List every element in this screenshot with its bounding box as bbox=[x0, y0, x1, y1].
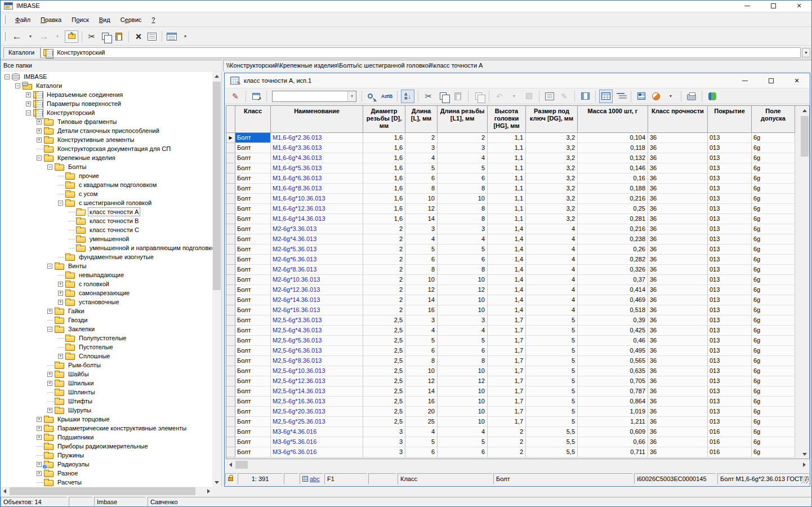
grid-cell[interactable]: M3-6g*5.36.016 bbox=[271, 437, 363, 447]
expand-icon[interactable]: + bbox=[58, 282, 63, 287]
column-header[interactable]: Длина резьбы [L1], мм bbox=[438, 106, 488, 133]
grid-cell[interactable]: 013 bbox=[708, 417, 752, 427]
grid-cell[interactable]: 013 bbox=[708, 275, 752, 285]
grid-cell[interactable]: Болт bbox=[235, 295, 271, 305]
grid-cell[interactable]: Болт bbox=[235, 275, 271, 285]
grid-cell[interactable]: 5 bbox=[438, 437, 488, 447]
grid-cell[interactable]: 6 bbox=[438, 346, 488, 356]
grid-cell[interactable]: 0,495 bbox=[578, 346, 648, 356]
view-list-icon[interactable] bbox=[166, 30, 178, 43]
grid-cell[interactable]: 8 bbox=[405, 265, 438, 275]
grid-cell[interactable]: 013 bbox=[708, 356, 752, 366]
grid-cell[interactable]: 1,7 bbox=[488, 346, 526, 356]
expand-icon[interactable]: + bbox=[47, 408, 52, 413]
grid-cell[interactable]: 1,1 bbox=[488, 163, 526, 174]
row-marker[interactable] bbox=[226, 346, 235, 356]
grid-cell[interactable]: Болт bbox=[235, 163, 271, 174]
grid-cell[interactable]: 0,39 bbox=[578, 315, 648, 326]
grid-cell[interactable]: 2 bbox=[363, 275, 405, 285]
grid-cell[interactable]: M1,6-6g*8.36.013 bbox=[271, 184, 363, 194]
grid-cell[interactable]: 36 bbox=[648, 285, 708, 295]
grid-cell[interactable]: M2-6g*3.36.013 bbox=[271, 224, 363, 234]
grid-cell[interactable]: 6g bbox=[752, 133, 795, 143]
grid-cell[interactable]: 12 bbox=[438, 376, 488, 386]
grid-cell[interactable]: 36 bbox=[648, 386, 708, 397]
grid-cell[interactable]: Болт bbox=[235, 174, 271, 184]
grid-cell[interactable]: 4 bbox=[526, 234, 578, 244]
open-in-window-icon[interactable] bbox=[249, 90, 263, 103]
grid-cell[interactable]: Болт bbox=[235, 255, 271, 265]
grid-cell[interactable]: 013 bbox=[708, 163, 752, 174]
grid-cell[interactable]: 10 bbox=[438, 275, 488, 285]
column-header[interactable]: Высота головки [HG], мм bbox=[488, 106, 526, 133]
expand-icon[interactable]: + bbox=[47, 309, 52, 314]
grid-cell[interactable]: 6g bbox=[752, 204, 795, 214]
grid-cell[interactable]: Болт bbox=[235, 366, 271, 376]
grid-cell[interactable]: M1,6-6g*2.36.013 bbox=[271, 133, 363, 143]
tree-vertical-scrollbar[interactable] bbox=[212, 72, 221, 487]
active-catalog-field[interactable]: Конструкторский bbox=[41, 47, 801, 58]
tree-item[interactable]: +самонарезающие bbox=[0, 288, 212, 297]
grid-cell[interactable]: 1,7 bbox=[488, 336, 526, 346]
grid-cell[interactable]: 013 bbox=[708, 133, 752, 143]
grid-cell[interactable]: Болт bbox=[235, 133, 271, 143]
row-marker[interactable] bbox=[226, 447, 235, 457]
tree-item[interactable]: +Типовые фрагменты bbox=[0, 117, 212, 126]
grid-cell[interactable]: 2,5 bbox=[363, 346, 405, 356]
grid-cell[interactable]: 0,425 bbox=[578, 326, 648, 336]
grid-cell[interactable]: 0,469 bbox=[578, 295, 648, 305]
grid-cell[interactable]: 2,5 bbox=[363, 407, 405, 417]
tree-item[interactable]: +Крышки торцовые bbox=[0, 415, 212, 424]
grid-cell[interactable]: Болт bbox=[235, 234, 271, 244]
grid-cell[interactable]: 0,281 bbox=[578, 214, 648, 224]
grid-cell[interactable]: 3 bbox=[363, 427, 405, 437]
grid-cell[interactable]: M2-6g*10.36.013 bbox=[271, 275, 363, 285]
grid-cell[interactable]: 2 bbox=[363, 265, 405, 275]
sort-icon[interactable]: АЯ ↓ bbox=[401, 90, 414, 103]
grid-cell[interactable]: 1,4 bbox=[488, 305, 526, 315]
grid-cell[interactable]: 0,238 bbox=[578, 234, 648, 244]
grid-cell[interactable]: 013 bbox=[708, 214, 752, 224]
grid-cell[interactable]: 6g bbox=[752, 437, 795, 447]
grid-cell[interactable]: 36 bbox=[648, 184, 708, 194]
grid-cell[interactable]: 016 bbox=[708, 437, 752, 447]
row-marker[interactable] bbox=[226, 265, 235, 275]
grid-cell[interactable]: Болт bbox=[235, 305, 271, 315]
tree-horizontal-scrollbar[interactable] bbox=[0, 487, 222, 496]
row-marker[interactable] bbox=[226, 397, 235, 407]
tree-item[interactable]: +Детали станочных приспособлений bbox=[0, 126, 212, 135]
grid-cell[interactable]: 013 bbox=[708, 143, 752, 153]
grid-cell[interactable]: 1,6 bbox=[363, 163, 405, 174]
row-marker[interactable] bbox=[226, 305, 235, 315]
tree-item[interactable]: прочие bbox=[0, 171, 212, 180]
grid-cell[interactable]: M2,5-6g*5.36.013 bbox=[271, 336, 363, 346]
grid-cell[interactable]: 4 bbox=[526, 275, 578, 285]
grid-cell[interactable]: Болт bbox=[235, 153, 271, 163]
grid-cell[interactable]: M2,5-6g*25.36.013 bbox=[271, 417, 363, 427]
grid-cell[interactable]: M2,5-6g*14.36.013 bbox=[271, 386, 363, 397]
back-menu-icon[interactable]: ▾ bbox=[24, 30, 37, 43]
properties-icon[interactable] bbox=[543, 90, 556, 103]
grid-cell[interactable]: 013 bbox=[708, 366, 752, 376]
menu-item-0-Правка[interactable]: Правка bbox=[35, 15, 66, 25]
table-view-icon[interactable] bbox=[599, 90, 613, 103]
column-header[interactable]: Класс bbox=[235, 106, 271, 133]
grid-cell[interactable]: M2,5-6g*3.36.013 bbox=[271, 315, 363, 326]
view-menu-icon[interactable]: ▾ bbox=[179, 30, 191, 43]
tab-catalogs[interactable]: Каталоги bbox=[3, 47, 41, 58]
tree-item[interactable]: Рым-болты bbox=[0, 361, 212, 370]
grid-cell[interactable]: 013 bbox=[708, 376, 752, 386]
grid-cell[interactable]: Болт bbox=[235, 437, 271, 447]
grid-cell[interactable]: 1,6 bbox=[363, 143, 405, 153]
grid-cell[interactable]: 5 bbox=[526, 386, 578, 397]
row-marker[interactable] bbox=[226, 234, 235, 244]
grid-cell[interactable]: 5 bbox=[526, 315, 578, 326]
expand-icon[interactable]: + bbox=[37, 137, 42, 143]
row-marker[interactable] bbox=[226, 417, 235, 427]
tree-item[interactable]: +Конструктивные элементы bbox=[0, 135, 212, 144]
grid-cell[interactable]: M1,6-6g*3.36.013 bbox=[271, 143, 363, 153]
grid-cell[interactable]: 5 bbox=[526, 326, 578, 336]
grid-cell[interactable]: 3,2 bbox=[526, 163, 578, 174]
grid-cell[interactable]: 6g bbox=[752, 285, 795, 295]
grid-cell[interactable]: 36 bbox=[648, 356, 708, 366]
